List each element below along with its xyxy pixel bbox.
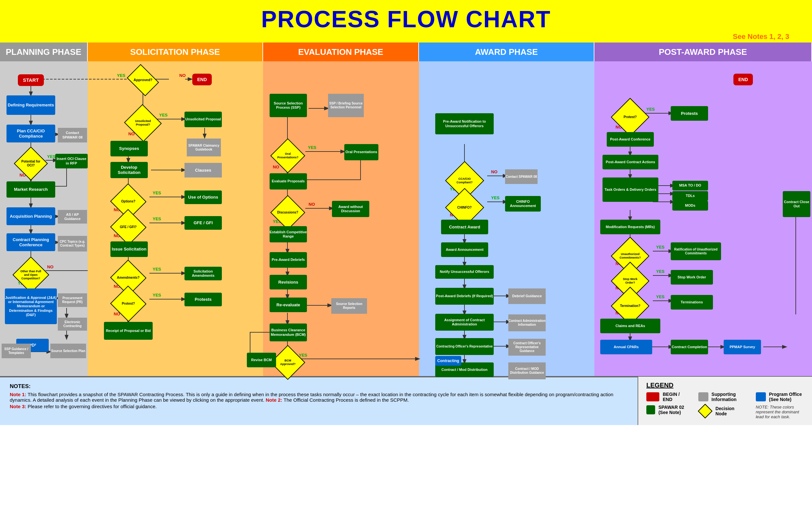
end-sol-node[interactable]: END [192,74,212,85]
legend-col-1: BEGIN / END SPAWAR 02 (See Note) [646,392,685,420]
award-without-disc-node[interactable]: Award without Discussion [332,201,369,217]
legend-content: BEGIN / END SPAWAR 02 (See Note) Support… [646,392,804,420]
postaward-conference-node[interactable]: Post-Award Conference [607,132,654,147]
contract-officer-guidance-node[interactable]: Contract Officer's Representative Guidan… [508,339,546,356]
contact-spawar08-award-node[interactable]: Contact SPAWAR 08 [505,169,538,184]
note-1: Note 1: This flowchart provides a snapsh… [10,392,628,403]
acquisition-planning-node[interactable]: Acquisition Planning [6,207,55,225]
jaa-node[interactable]: Justification & Approval (J&A) or Intern… [5,288,57,324]
postaward-contract-actions-node[interactable]: Post-Award Contract Actions [603,155,658,169]
revisions-node[interactable]: Revisions [270,275,307,289]
note-2: Note 3: Please refer to the governing di… [10,404,628,409]
evaluate-proposals-node[interactable]: Evaluate Proposals [270,173,307,190]
preaward-notif-node[interactable]: Pre-Award Notification to Unsuccessful O… [435,113,494,134]
revise-bcm-node[interactable]: Revise BCM [247,353,276,367]
assignment-contract-admin-node[interactable]: Assignment of Contract Administration [435,314,494,331]
end-pa-node[interactable]: END [734,74,753,85]
clauses-node[interactable]: Clauses [185,163,222,178]
cpc-topics-node[interactable]: CPC Topics (e.g. Contract Types) [58,236,87,252]
gfe-gfi-node[interactable]: GFE / GFI [185,216,222,230]
phase-postaward-header: POST-AWARD PHASE [594,43,812,61]
contact-spawar08-planning-node[interactable]: Contact SPAWAR 08 [58,128,87,142]
insert-oci-node[interactable]: Insert OCI Clause in RFP [55,154,88,168]
phase-award-header: AWARD PHASE [419,43,594,61]
plan-cca-node[interactable]: Plan CCA/CIO Compliance [6,124,55,142]
develop-solicitation-node[interactable]: Develop Solicitation [111,162,148,178]
proc-request-node[interactable]: Procurement Request (PR) [58,293,87,307]
phase-solicitation-header: SOLICITATION PHASE [88,43,263,61]
market-research-node[interactable]: Market Research [6,181,55,198]
contract-completion-node[interactable]: Contract Completion [671,340,708,354]
notes-section: NOTES: Note 1: This flowchart provides a… [0,377,638,425]
spawar-claimancy-node[interactable]: SPAWAR Claimancy Guidebook [187,138,221,156]
ratification-node[interactable]: Ratification of Unauthorized Commitments [671,242,721,260]
contract-closeout-node[interactable]: Contract Close Out [783,191,810,217]
legend-begin-end: BEGIN / END [646,392,685,402]
title-bar: PROCESS FLOW CHART See Notes 1, 2, 3 [0,0,812,43]
reevaluate-node[interactable]: Re-evaluate [270,298,307,312]
legend-col-3: Program Office (See Note) NOTE: These co… [756,392,804,420]
contract-award-node[interactable]: Contract Award [441,220,488,234]
notes-title: NOTES: [10,383,628,390]
modification-requests-node[interactable]: Modification Requests (MRs) [600,220,660,234]
protests-sol-node[interactable]: Protests [185,293,222,306]
solicitation-amendments-node[interactable]: Solicitation Amendments [185,267,222,280]
contracting-officer-rep-node[interactable]: Contracting Officer's Representative [435,338,494,355]
synopses-node[interactable]: Synopses [111,141,148,156]
legend-spawar02: SPAWAR 02 (See Note) [646,405,685,415]
legend-supporting-info: Supporting Information [698,392,743,402]
unsolicited-proposal-node[interactable]: Unsolicited Proposal [185,111,222,127]
chart-area: YES NO NO YES [0,61,812,376]
bcm-node[interactable]: Business Clearance Memorandum (BCM) [270,324,307,341]
page: PROCESS FLOW CHART See Notes 1, 2, 3 PLA… [0,0,812,525]
legend-program-office: Program Office (See Note) [756,392,804,402]
main-title: PROCESS FLOW CHART [3,6,809,32]
legend-note: NOTE: These colors represent the dominan… [756,405,804,419]
legend-col-2: Supporting Information Decision Node [698,392,743,420]
notify-unsuccessful-node[interactable]: Notify Unsuccessful Offerors [435,265,494,279]
defining-requirements-node[interactable]: Defining Requirements [6,95,55,115]
ssp-guidance-node[interactable]: SSP Guidance / Templates [2,344,31,358]
use-of-options-node[interactable]: Use of Options [185,191,222,204]
contract-admin-info-node[interactable]: Contract Administration Information [508,314,546,331]
chinfo-announcement-node[interactable]: CHINFO Announcement [505,196,541,212]
legend-section: LEGEND BEGIN / END SPAWAR 02 (See Note) [638,377,812,425]
annual-cpars-node[interactable]: Annual CPARs [600,340,652,354]
ppmap-survey-node[interactable]: PPMAP Survey [724,340,761,354]
phase-evaluation-header: EVALUATION PHASE [263,43,419,61]
source-selection-plan-node[interactable]: Source Selection Plan [50,344,86,358]
issue-solicitation-node[interactable]: Issue Solicitation [111,241,148,257]
receipt-proposal-node[interactable]: Receipt of Proposal or Bid [104,322,153,340]
ssp-briefing-node[interactable]: SSP / Briefing Source Selection Personne… [328,94,364,117]
subtitle: See Notes 1, 2, 3 [3,32,809,41]
contracting-label-node[interactable]: Contracting [435,356,461,366]
oral-presentations-node[interactable]: Oral Presentations [344,144,378,160]
electronic-contracting-node[interactable]: Electronic Contracting [58,318,87,331]
terminations-node[interactable]: Terminations [671,295,713,310]
legend-diamond-icon [698,404,713,418]
award-announcement-node[interactable]: Award Announcement [441,242,488,257]
source-selection-reports-node[interactable]: Source Selection Reports [331,298,367,314]
preaward-debriefs-node[interactable]: Pre-Award Debriefs [270,252,307,268]
phases-header: PLANNING PHASE SOLICITATION PHASE EVALUA… [0,43,812,61]
postaward-debriefs-award-node[interactable]: Post-Award Debriefs (If Required) [435,288,494,305]
stop-work-order-node[interactable]: Stop Work Order [671,270,713,285]
tdls-node[interactable]: TDLs [672,191,708,201]
legend-title: LEGEND [646,381,804,389]
source-selection-node[interactable]: Source Selection Process (SSP) [270,94,307,117]
protests-pa-node[interactable]: Protests [671,106,708,121]
debrief-guidance-node[interactable]: Debrief Guidance [508,288,546,304]
task-delivery-orders-node[interactable]: Task Orders & Delivery Orders [603,178,658,202]
start-node[interactable]: START [18,74,44,86]
contract-planning-conf-node[interactable]: Contract Planning Conference [6,233,55,251]
as-ap-guidance-node[interactable]: AS / AP Guidance [58,210,87,224]
legend-decision-node: Decision Node [698,405,743,418]
phase-planning-header: PLANNING PHASE [0,43,88,61]
contract-mod-dist-guidance-node[interactable]: Contract / MOD Distribution Guidance [508,362,546,379]
claims-reas-node[interactable]: Claims and REAs [600,319,660,333]
mods-node[interactable]: MODs [672,201,708,211]
bottom-area: NOTES: Note 1: This flowchart provides a… [0,376,812,425]
msa-to-do-node[interactable]: MSA TO / DO [672,181,708,191]
establish-competitive-node[interactable]: Establish Competitive Range [270,226,307,242]
